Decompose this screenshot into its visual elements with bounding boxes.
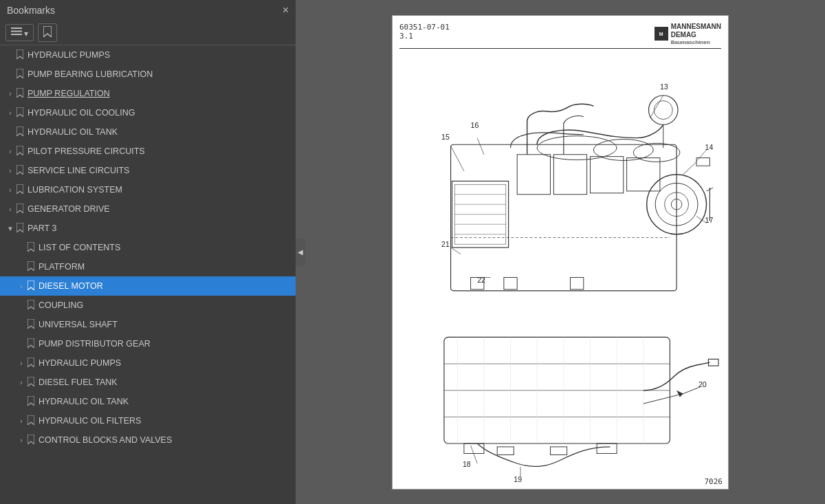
chevron-icon: › (16, 379, 26, 386)
bookmark-icon (16, 223, 23, 234)
bookmark-item-platform[interactable]: PLATFORM (0, 257, 296, 276)
toolbar-list-btn[interactable]: ▾ (6, 24, 34, 41)
svg-marker-16 (28, 281, 34, 290)
svg-marker-8 (16, 127, 23, 136)
label-15: 15 (441, 132, 450, 140)
svg-rect-84 (597, 443, 617, 453)
svg-rect-40 (553, 154, 586, 194)
bookmark-icon (28, 242, 34, 254)
svg-rect-25 (451, 144, 676, 291)
svg-marker-22 (28, 396, 34, 406)
bookmark-icon (28, 377, 34, 388)
bookmark-list[interactable]: HYDRAULIC PUMPSPUMP BEARING LUBRICATION›… (0, 45, 296, 504)
svg-line-58 (451, 146, 464, 171)
toolbar-bookmark-btn[interactable] (38, 23, 57, 42)
bookmark-label: HYDRAULIC OIL FILTERS (38, 416, 141, 426)
bookmark-item-pilot-pressure[interactable]: ›PILOT PRESSURE CIRCUITS (0, 142, 296, 161)
svg-marker-24 (28, 435, 34, 444)
chevron-icon: › (16, 360, 26, 367)
diagram-area: 13 14 15 16 17 21 22 20 18 19 (399, 52, 721, 483)
chevron-icon: › (16, 417, 26, 425)
technical-diagram: 13 14 15 16 17 21 22 20 18 19 (399, 52, 721, 483)
bookmarks-panel: Bookmarks × ▾ HYDRAULIC PUMPSPUMP BEARIN… (0, 0, 296, 504)
list-icon (11, 27, 22, 36)
label-17: 17 (705, 216, 714, 224)
bookmark-item-hydraulic-oil-tank-2[interactable]: HYDRAULIC OIL TANK (0, 392, 296, 411)
bookmark-label: CONTROL BLOCKS AND VALVES (38, 435, 172, 445)
bookmark-item-coupling[interactable]: COUPLING (0, 296, 296, 315)
chevron-icon: ▼ (6, 225, 15, 232)
chevron-icon: › (6, 206, 15, 213)
svg-point-28 (633, 143, 680, 162)
bookmark-item-lubrication[interactable]: ›LUBRICATION SYSTEM (0, 180, 296, 199)
svg-marker-3 (43, 26, 52, 37)
svg-rect-75 (708, 359, 718, 366)
chevron-icon: › (16, 437, 26, 444)
bookmark-item-hydraulic-oil-cooling[interactable]: ›HYDRAULIC OIL COOLING (0, 103, 296, 122)
svg-rect-82 (497, 446, 514, 454)
bookmark-item-universal-shaft[interactable]: UNIVERSAL SHAFT (0, 315, 296, 334)
bookmark-label: HYDRAULIC OIL TANK (38, 397, 129, 406)
brand-logo: M MANNESMANN DEMAG Baumaschinen (654, 23, 721, 45)
bookmark-item-pump-bearing[interactable]: PUMP BEARING LUBRICATION (0, 65, 296, 84)
bookmark-item-pump-distributor[interactable]: PUMP DISTRIBUTOR GEAR (0, 334, 296, 353)
bookmark-item-hydraulic-pumps-2[interactable]: ›HYDRAULIC PUMPS (0, 353, 296, 373)
svg-marker-21 (28, 377, 34, 386)
svg-line-60 (451, 248, 461, 254)
bookmark-item-hydraulic-oil-filters[interactable]: ›HYDRAULIC OIL FILTERS (0, 411, 296, 430)
bookmark-label: PLATFORM (38, 262, 85, 272)
bookmark-item-diesel-motor[interactable]: ›DIESEL MOTOR (0, 276, 296, 296)
bookmark-label: DIESEL MOTOR (38, 281, 103, 291)
bookmark-item-part-3[interactable]: ▼PART 3 (0, 219, 296, 238)
bookmark-item-diesel-fuel-tank[interactable]: ›DIESEL FUEL TANK (0, 373, 296, 392)
bookmark-item-control-blocks[interactable]: ›CONTROL BLOCKS AND VALVES (0, 430, 296, 450)
bookmark-item-list-of-contents[interactable]: LIST OF CONTENTS (0, 238, 296, 257)
svg-rect-50 (570, 277, 583, 289)
svg-marker-10 (16, 165, 23, 175)
bookmark-item-generator-drive[interactable]: ›GENERATOR DRIVE (0, 199, 296, 219)
label-22: 22 (477, 276, 485, 284)
bookmark-icon (28, 300, 34, 311)
svg-marker-12 (16, 204, 23, 213)
svg-line-56 (696, 149, 706, 160)
bookmark-label: HYDRAULIC OIL TANK (28, 127, 118, 137)
svg-marker-5 (16, 69, 23, 78)
svg-marker-20 (28, 358, 34, 367)
bookmark-icon (28, 261, 34, 273)
document-page: 60351-07-01 3.1 M MANNESMANN DEMAG Bauma… (392, 15, 729, 490)
page-header: 60351-07-01 3.1 M MANNESMANN DEMAG Bauma… (399, 23, 721, 49)
svg-marker-14 (28, 242, 34, 252)
chevron-icon: › (6, 148, 15, 155)
bookmark-item-service-line[interactable]: ›SERVICE LINE CIRCUITS (0, 161, 296, 180)
bookmark-icon (43, 26, 52, 37)
bookmark-label: PILOT PRESSURE CIRCUITS (28, 146, 145, 156)
bookmark-item-pump-regulation[interactable]: ›PUMP REGULATION (0, 84, 296, 103)
svg-marker-15 (28, 261, 34, 271)
brand-name-3: Baumaschinen (671, 39, 721, 45)
bookmark-icon (28, 281, 34, 292)
svg-rect-1 (11, 31, 22, 32)
bookmark-item-hydraulic-oil-tank-1[interactable]: HYDRAULIC OIL TANK (0, 122, 296, 142)
collapse-panel-button[interactable]: ◀ (296, 239, 305, 266)
svg-line-76 (644, 393, 683, 403)
svg-marker-13 (16, 223, 23, 232)
toolbar: ▾ (0, 21, 296, 45)
bookmark-label: HYDRAULIC PUMPS (28, 50, 110, 60)
bookmark-label: COUPLING (38, 300, 83, 310)
bookmark-icon (16, 88, 23, 100)
bookmark-icon (28, 358, 34, 369)
label-19: 19 (514, 475, 522, 483)
svg-marker-17 (28, 300, 34, 309)
svg-marker-18 (28, 319, 34, 329)
page-number: 7026 (705, 477, 723, 486)
label-20: 20 (698, 380, 707, 388)
lower-diagram (444, 337, 718, 476)
bookmark-label: HYDRAULIC OIL COOLING (28, 108, 135, 118)
close-button[interactable]: × (283, 4, 289, 17)
bookmark-icon (16, 146, 23, 157)
svg-point-29 (648, 95, 678, 124)
svg-line-55 (650, 95, 663, 118)
svg-rect-39 (517, 154, 550, 194)
svg-line-74 (696, 362, 710, 365)
bookmark-item-hydraulic-pumps-3[interactable]: HYDRAULIC PUMPS (0, 45, 296, 65)
